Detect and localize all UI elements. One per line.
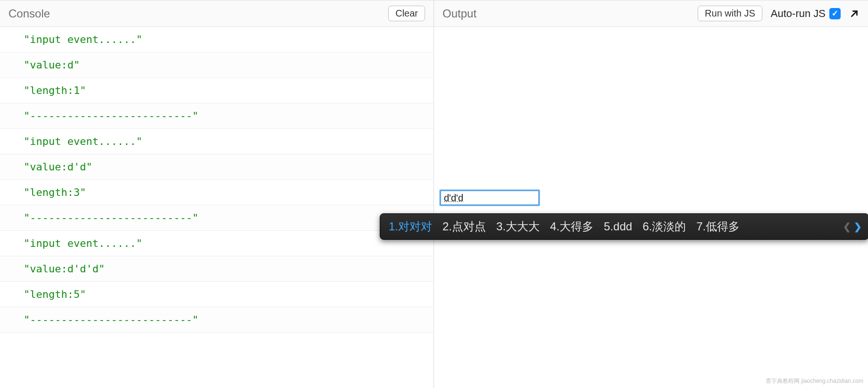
console-title: Console (8, 7, 50, 20)
console-log-line: "length:1" (0, 78, 434, 103)
console-log-list[interactable]: "input event......""value:d""length:1""-… (0, 27, 434, 388)
demo-text-input[interactable] (440, 190, 540, 206)
autorun-label: Auto-run JS (771, 8, 826, 20)
clear-button[interactable]: Clear (388, 6, 425, 21)
console-log-line: "value:d'd'd" (0, 256, 434, 282)
console-log-line: "input event......" (0, 27, 434, 52)
console-pane: Console Clear "input event......""value:… (0, 0, 434, 388)
console-log-line: "--------------------------" (0, 103, 434, 129)
console-log-line: "length:5" (0, 282, 434, 307)
run-with-js-button[interactable]: Run with JS (698, 6, 762, 21)
app-root: Console Clear "input event......""value:… (0, 0, 868, 388)
ime-candidate[interactable]: 5.ddd (604, 220, 632, 233)
console-log-line: "length:3" (0, 180, 434, 205)
ime-prev-icon[interactable]: ❮ (843, 221, 851, 232)
output-header: Output Run with JS Auto-run JS ✓ (434, 0, 868, 27)
ime-candidate[interactable]: 1.对对对 (389, 219, 432, 234)
ime-next-icon[interactable]: ❯ (854, 221, 862, 232)
console-log-line: "input event......" (0, 231, 434, 256)
ime-candidate[interactable]: 3.大大大 (496, 219, 540, 234)
ime-candidate[interactable]: 6.淡淡的 (643, 219, 686, 234)
ime-candidate[interactable]: 4.大得多 (550, 219, 593, 234)
autorun-toggle[interactable]: Auto-run JS ✓ (771, 8, 841, 20)
ime-nav: ❮ ❯ (843, 221, 862, 232)
console-log-line: "--------------------------" (0, 205, 434, 231)
output-body: 1.对对对2.点对点3.大大大4.大得多5.ddd6.淡淡的7.低得多 ❮ ❯ (434, 27, 868, 388)
ime-candidate[interactable]: 2.点对点 (442, 219, 486, 234)
autorun-checkbox[interactable]: ✓ (829, 8, 841, 19)
output-header-controls: Run with JS Auto-run JS ✓ (698, 6, 860, 21)
ime-candidate[interactable]: 7.低得多 (696, 219, 740, 234)
svg-line-0 (852, 11, 857, 16)
console-log-line: "--------------------------" (0, 307, 434, 333)
popout-icon[interactable] (849, 8, 860, 19)
ime-candidate-bar[interactable]: 1.对对对2.点对点3.大大大4.大得多5.ddd6.淡淡的7.低得多 ❮ ❯ (380, 213, 868, 240)
console-log-line: "value:d" (0, 52, 434, 78)
console-header: Console Clear (0, 0, 434, 27)
console-log-line: "value:d'd" (0, 154, 434, 180)
text-input-wrap (440, 190, 540, 206)
output-title: Output (442, 7, 476, 20)
console-log-line: "input event......" (0, 129, 434, 154)
output-pane: Output Run with JS Auto-run JS ✓ 1.对对对2.… (434, 0, 868, 388)
